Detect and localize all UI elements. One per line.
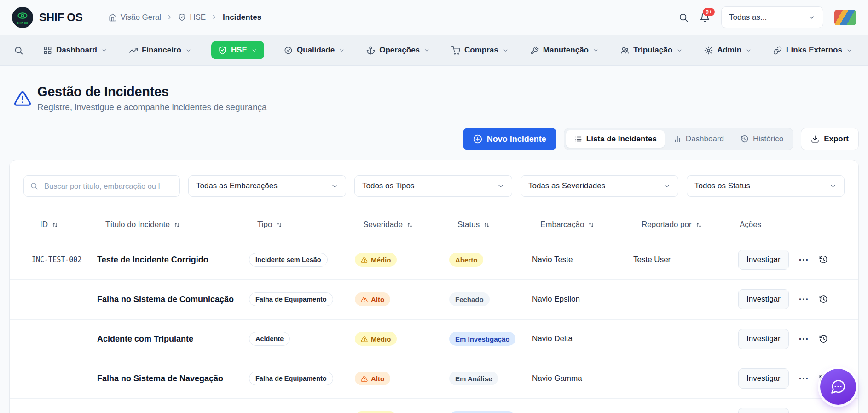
history-icon[interactable]: [819, 255, 828, 264]
wrench-icon: [530, 46, 539, 55]
chevron-down-icon: [185, 47, 191, 53]
chevron-down-icon: [251, 47, 257, 53]
investigate-button[interactable]: Investigar: [738, 329, 789, 349]
search-icon: [30, 182, 38, 190]
nav-item-hse[interactable]: HSE: [211, 41, 264, 59]
notifications-button[interactable]: 9+: [700, 12, 710, 23]
main-nav: Dashboard Financeiro HSE Qualidade Opera…: [0, 35, 868, 66]
notification-count-badge: 9+: [703, 8, 715, 16]
nav-item-admin[interactable]: Admin: [702, 41, 753, 59]
header-reportado-por[interactable]: Reportado por: [642, 220, 737, 229]
history-icon[interactable]: [819, 295, 828, 304]
page-subtitle: Registre, investigue e acompanhe inciden…: [37, 102, 267, 112]
chevron-down-icon: [503, 47, 509, 53]
company-select[interactable]: Todas as...: [721, 6, 823, 28]
nav-item-operacoes[interactable]: Operações: [365, 41, 432, 59]
tab-historico[interactable]: Histórico: [733, 130, 791, 148]
status-filter-select[interactable]: Todos os Status: [687, 175, 845, 197]
more-actions-button[interactable]: ⋯: [799, 373, 809, 384]
chevron-down-icon: [663, 182, 671, 190]
users-icon: [620, 46, 629, 55]
table-row: INC-TEST-002 Teste de Incidente Corrigid…: [10, 240, 858, 279]
incident-title: Falha no Sistema de Comunicação: [97, 295, 234, 304]
nav-search-button[interactable]: [14, 46, 23, 55]
chevron-down-icon: [424, 47, 430, 53]
more-actions-button[interactable]: ⋯: [799, 334, 809, 344]
link-icon: [773, 46, 782, 55]
incident-type-badge: Acidente: [249, 332, 290, 346]
sort-icon[interactable]: [695, 221, 702, 228]
nav-item-qualidade[interactable]: Qualidade: [282, 41, 347, 59]
incident-search-input[interactable]: [23, 175, 180, 197]
sort-icon[interactable]: [174, 221, 180, 228]
status-badge: Aberto: [449, 253, 483, 267]
investigate-button[interactable]: Investigar: [738, 289, 789, 309]
app-logo-icon[interactable]: SHIF OS: [12, 7, 33, 28]
sort-icon[interactable]: [588, 221, 595, 228]
breadcrumb-item-hse[interactable]: HSE: [178, 13, 206, 22]
nav-item-dashboard[interactable]: Dashboard: [41, 41, 109, 59]
chevron-down-icon: [677, 47, 683, 53]
nav-item-manutencao[interactable]: Manutenção: [528, 41, 601, 59]
sort-icon[interactable]: [52, 221, 58, 228]
sort-icon[interactable]: [276, 221, 283, 228]
nav-item-tripulacao[interactable]: Tripulação: [619, 41, 684, 59]
plus-circle-icon: [473, 134, 482, 144]
header-tipo[interactable]: Tipo: [257, 220, 355, 229]
severity-filter-select[interactable]: Todas as Severidades: [521, 175, 678, 197]
more-actions-button[interactable]: ⋯: [799, 294, 809, 304]
anchor-icon: [366, 46, 375, 55]
tab-lista-de-incidentes[interactable]: Lista de Incidentes: [566, 130, 665, 148]
chevron-down-icon: [497, 182, 504, 190]
history-icon: [741, 135, 749, 143]
vessel-filter-select[interactable]: Todas as Embarcações: [188, 175, 346, 197]
nav-item-links-externos[interactable]: Links Externos: [771, 41, 854, 59]
logo-mini-text: SHIF OS: [17, 22, 28, 24]
search-button[interactable]: [678, 12, 689, 23]
download-icon: [811, 135, 819, 143]
investigate-button[interactable]: Investigar: [738, 368, 789, 389]
header-titulo[interactable]: Título do Incidente: [105, 220, 249, 229]
more-actions-button[interactable]: ⋯: [799, 255, 809, 265]
new-incident-button[interactable]: Novo Incidente: [463, 128, 556, 150]
incident-title: Acidente com Tripulante: [97, 334, 193, 343]
actions-row: Novo Incidente Lista de Incidentes Dashb…: [9, 128, 859, 150]
severity-label: Médio: [371, 256, 391, 264]
chevron-down-icon: [846, 47, 852, 53]
header-severidade[interactable]: Severidade: [363, 220, 449, 229]
table-row: Falha no Sistema de Navegação Falha de E…: [10, 359, 858, 398]
chevron-down-icon: [746, 47, 752, 53]
chat-fab-button[interactable]: [820, 369, 856, 405]
investigate-button[interactable]: Investigar: [738, 250, 789, 270]
table-row: Falha no Sistema de Comunicação Falha de…: [10, 279, 858, 319]
reported-by: Teste User: [633, 255, 671, 264]
breadcrumb-item-incidentes: Incidentes: [223, 13, 261, 22]
header-status[interactable]: Status: [457, 220, 532, 229]
trending-up-icon: [129, 46, 138, 55]
status-badge: Em Investigação: [449, 411, 515, 413]
nav-item-compras[interactable]: Compras: [450, 41, 510, 59]
header-embarcacao[interactable]: Embarcação: [540, 220, 633, 229]
status-badge: Em Análise: [449, 372, 498, 385]
investigate-button[interactable]: Investigar: [738, 408, 789, 413]
vessel-name: Navio Delta: [532, 334, 573, 343]
alert-triangle-icon: [14, 90, 31, 107]
export-button[interactable]: Export: [801, 128, 859, 150]
tab-dashboard[interactable]: Dashboard: [665, 130, 732, 148]
chevron-down-icon: [808, 14, 816, 21]
search-icon: [14, 46, 23, 55]
sort-icon[interactable]: [406, 221, 413, 228]
incident-table-body: INC-TEST-002 Teste de Incidente Corrigid…: [10, 240, 858, 413]
incident-id: INC-TEST-002: [32, 256, 81, 264]
nav-item-financeiro[interactable]: Financeiro: [127, 41, 193, 59]
history-icon[interactable]: [819, 334, 828, 343]
breadcrumb-item-visao-geral[interactable]: Visão Geral: [109, 13, 162, 22]
breadcrumb: Visão Geral HSE Incidentes: [109, 13, 262, 22]
severity-badge: Médio: [355, 253, 397, 267]
incident-type-badge: Falha de Equipamento: [249, 372, 333, 385]
chevron-right-icon: [211, 14, 218, 21]
user-avatar[interactable]: [834, 10, 856, 25]
sort-icon[interactable]: [483, 221, 490, 228]
header-id[interactable]: ID: [40, 220, 97, 229]
type-filter-select[interactable]: Todos os Tipos: [354, 175, 512, 197]
